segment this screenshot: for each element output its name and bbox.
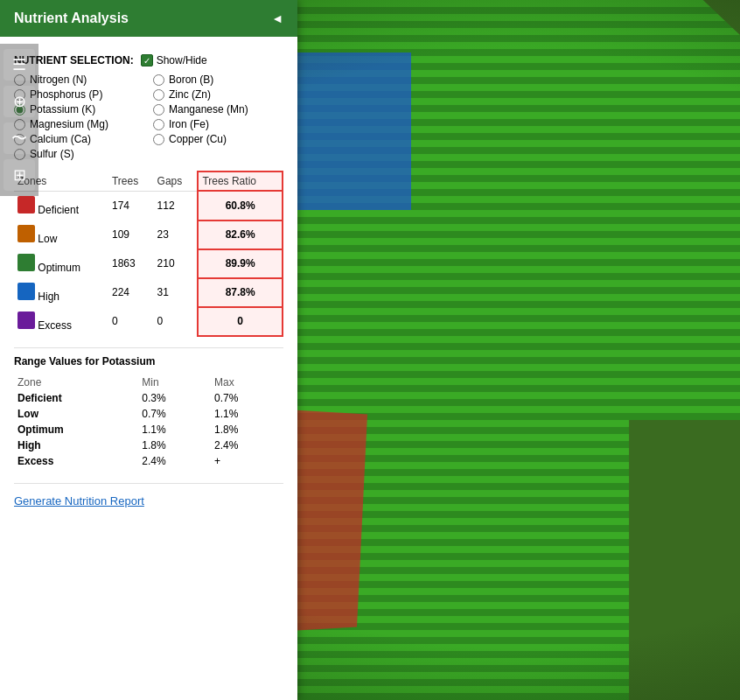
zone-high-swatch (17, 283, 35, 300)
show-hide-text: Show/Hide (157, 54, 207, 66)
nav-list-icon[interactable]: ☰ (3, 49, 35, 80)
range-row-low: Low 0.7% 1.1% (14, 406, 283, 422)
nav-globe-icon[interactable]: ⊕ (3, 86, 35, 117)
zone-low-gaps: 23 (154, 220, 199, 249)
range-row-excess: Excess 2.4% + (14, 453, 283, 469)
range-min-deficient: 0.3% (138, 390, 211, 406)
zone-deficient-gaps: 112 (154, 191, 199, 220)
nutrient-manganese-label: Manganese (Mn) (169, 103, 248, 116)
nutrient-grid: Nitrogen (N) Boron (B) Phosphorus (P) Zi… (14, 74, 283, 160)
range-min-excess: 2.4% (138, 453, 211, 469)
zone-deficient-trees: 174 (108, 191, 154, 220)
nutrient-phosphorus-label: Phosphorus (P) (30, 88, 102, 101)
nutrient-boron[interactable]: Boron (B) (153, 74, 283, 86)
nutrient-zinc-label: Zinc (Zn) (169, 88, 211, 101)
nutrient-copper-radio[interactable] (153, 134, 164, 145)
nutrient-boron-label: Boron (B) (169, 74, 213, 86)
zone-excess-gaps: 0 (154, 307, 199, 336)
col-header-trees-ratio: Trees Ratio (198, 172, 283, 191)
zone-deficient-swatch (17, 196, 35, 214)
nutrient-zinc[interactable]: Zinc (Zn) (153, 88, 283, 101)
range-max-high: 2.4% (211, 438, 283, 453)
range-zone-deficient: Deficient (14, 390, 138, 406)
nutrient-magnesium-label: Magnesium (Mg) (30, 118, 108, 130)
sidebar-header: Nutrient Analysis ◄ (0, 0, 297, 37)
nutrient-iron-label: Iron (Fe) (169, 118, 209, 130)
zone-optimum-label: Optimum (38, 262, 80, 274)
zone-low-swatch (17, 225, 35, 242)
zone-high-trees: 224 (108, 278, 154, 307)
nutrient-potassium-label: Potassium (K) (30, 103, 95, 116)
table-row: Deficient 174 112 60.8% (14, 191, 283, 220)
collapse-button[interactable]: ◄ (271, 11, 283, 25)
nutrient-boron-radio[interactable] (153, 74, 164, 86)
nutrient-manganese[interactable]: Manganese (Mn) (153, 103, 283, 116)
nutrient-manganese-radio[interactable] (153, 104, 164, 116)
range-max-excess: + (211, 453, 283, 469)
range-row-high: High 1.8% 2.4% (14, 438, 283, 453)
divider-2 (14, 483, 283, 484)
zone-excess-cell: Excess (14, 307, 108, 336)
nav-chart-icon[interactable]: 〜 (3, 122, 35, 154)
nutrient-selection-header: NUTRIENT SELECTION: ✓ Show/Hide (14, 54, 283, 66)
table-row: Optimum 1863 210 89.9% (14, 249, 283, 278)
range-col-min: Min (138, 374, 211, 390)
range-min-low: 0.7% (138, 406, 211, 422)
range-col-zone: Zone (14, 374, 138, 390)
col-header-trees: Trees (108, 172, 154, 191)
zone-optimum-trees: 1863 (108, 249, 154, 278)
panel-title: Nutrient Analysis (14, 10, 129, 26)
range-row-deficient: Deficient 0.3% 0.7% (14, 390, 283, 406)
zone-deficient-ratio: 60.8% (198, 191, 283, 220)
zone-excess-trees: 0 (108, 307, 154, 336)
divider-1 (14, 347, 283, 348)
nutrient-iron[interactable]: Iron (Fe) (153, 118, 283, 130)
sidebar-content: NUTRIENT SELECTION: ✓ Show/Hide Nitrogen… (0, 37, 297, 700)
range-zone-high: High (14, 438, 138, 453)
col-header-gaps: Gaps (154, 172, 199, 191)
nav-layers-icon[interactable]: ⊞ (3, 159, 35, 191)
zone-high-gaps: 31 (154, 278, 199, 307)
generate-nutrition-report-link[interactable]: Generate Nutrition Report (14, 494, 144, 508)
zone-high-ratio: 87.8% (198, 278, 283, 307)
zone-low-ratio: 82.6% (198, 220, 283, 249)
range-max-optimum: 1.8% (211, 422, 283, 438)
zone-optimum-ratio: 89.9% (198, 249, 283, 278)
nutrient-calcium-label: Calcium (Ca) (30, 133, 91, 145)
nutrient-iron-radio[interactable] (153, 119, 164, 130)
zone-optimum-cell: Optimum (14, 249, 108, 278)
range-min-optimum: 1.1% (138, 422, 211, 438)
zone-high-cell: High (14, 278, 108, 307)
range-values-title: Range Values for Potassium (14, 355, 283, 368)
zone-low-label: Low (38, 233, 57, 245)
show-hide-label[interactable]: ✓ Show/Hide (141, 54, 207, 66)
zone-optimum-swatch (17, 254, 35, 271)
table-row: Low 109 23 82.6% (14, 220, 283, 249)
range-values-table: Zone Min Max Deficient 0.3% 0.7% Low 0.7… (14, 374, 283, 469)
zone-deficient-label: Deficient (38, 204, 79, 216)
nutrient-copper[interactable]: Copper (Cu) (153, 133, 283, 145)
zone-low-cell: Low (14, 220, 108, 249)
zone-optimum-gaps: 210 (154, 249, 199, 278)
range-max-deficient: 0.7% (211, 390, 283, 406)
range-col-max: Max (211, 374, 283, 390)
zone-high-label: High (38, 290, 59, 303)
zone-low-trees: 109 (108, 220, 154, 249)
range-zone-optimum: Optimum (14, 422, 138, 438)
range-min-high: 1.8% (138, 438, 211, 453)
left-navigation: ☰ ⊕ 〜 ⊞ (0, 44, 38, 196)
range-row-optimum: Optimum 1.1% 1.8% (14, 422, 283, 438)
zone-excess-swatch (17, 312, 35, 329)
show-hide-checkbox[interactable]: ✓ (141, 54, 153, 66)
nutrient-zinc-radio[interactable] (153, 89, 164, 101)
zone-excess-ratio: 0 (198, 307, 283, 336)
nutrient-copper-label: Copper (Cu) (169, 133, 227, 145)
table-row: Excess 0 0 0 (14, 307, 283, 336)
zone-data-table: Zones Trees Gaps Trees Ratio Deficient 1… (14, 171, 283, 337)
table-row: High 224 31 87.8% (14, 278, 283, 307)
range-zone-low: Low (14, 406, 138, 422)
range-zone-excess: Excess (14, 453, 138, 469)
sidebar-panel: Nutrient Analysis ◄ NUTRIENT SELECTION: … (0, 0, 297, 700)
zone-excess-label: Excess (38, 319, 72, 332)
range-max-low: 1.1% (211, 406, 283, 422)
